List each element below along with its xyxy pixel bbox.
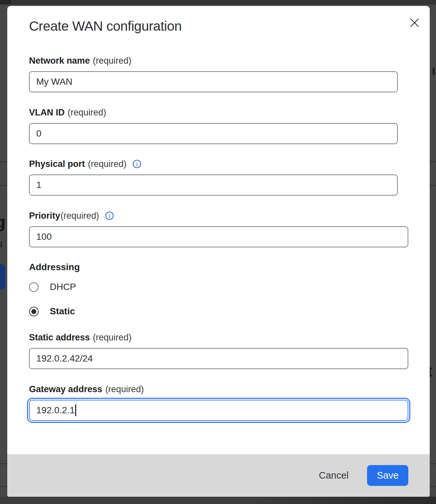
addressing-heading: Addressing (29, 262, 80, 272)
dhcp-option-label: DHCP (50, 282, 76, 292)
vlan-id-field-group: VLAN ID (required) (29, 107, 398, 144)
cancel-button[interactable]: Cancel (317, 470, 351, 481)
svg-text:i: i (109, 213, 110, 219)
priority-field-group: Priority (required) i (29, 210, 408, 247)
save-button[interactable]: Save (367, 465, 408, 486)
required-hint: (required) (61, 211, 99, 221)
static-address-label: Static address (29, 332, 90, 343)
vlan-id-input[interactable] (29, 123, 398, 144)
backdrop-button-fragment (0, 264, 5, 289)
radio-dhcp-icon[interactable] (29, 282, 39, 292)
required-hint: (required) (105, 384, 144, 394)
network-name-label: Network name (29, 56, 90, 66)
gateway-address-label: Gateway address (29, 384, 102, 394)
required-hint: (required) (93, 56, 132, 66)
required-hint: (required) (88, 159, 127, 169)
gateway-address-field-group: Gateway address (required) 192.0.2.1 (29, 384, 408, 421)
close-x-glyph (410, 18, 419, 27)
required-hint: (required) (68, 108, 106, 118)
gateway-address-input[interactable]: 192.0.2.1 (29, 400, 408, 421)
required-hint: (required) (93, 332, 132, 343)
close-icon[interactable] (409, 17, 420, 28)
radio-static-icon[interactable] (29, 307, 39, 316)
text-cursor (75, 404, 76, 416)
vlan-id-label: VLAN ID (29, 108, 65, 118)
physical-port-label: Physical port (29, 159, 85, 169)
static-option-label: Static (50, 306, 75, 317)
svg-text:i: i (136, 161, 138, 168)
physical-port-field-group: Physical port (required) i (29, 159, 398, 196)
backdrop-text-fragment: u (0, 238, 3, 249)
network-name-field-group: Network name (required) (29, 55, 398, 92)
dialog-title: Create WAN configuration (29, 18, 182, 34)
static-address-field-group: Static address (required) (29, 332, 408, 369)
info-icon[interactable]: i (132, 159, 141, 169)
backdrop-top-strip (0, 0, 436, 5)
info-icon[interactable]: i (105, 211, 114, 220)
dialog-footer: Cancel Save (7, 454, 430, 497)
addressing-option-dhcp[interactable]: DHCP (29, 282, 76, 292)
gateway-address-value: 192.0.2.1 (36, 405, 75, 416)
backdrop-bottom-strip (0, 497, 436, 504)
priority-input[interactable] (29, 226, 408, 247)
network-name-input[interactable] (29, 71, 398, 92)
priority-label: Priority (29, 211, 60, 221)
static-address-input[interactable] (29, 348, 408, 369)
backdrop-heading-fragment: g (0, 213, 6, 230)
physical-port-input[interactable] (29, 174, 398, 196)
create-wan-dialog: Create WAN configuration Network name (r… (7, 6, 430, 497)
addressing-option-static[interactable]: Static (29, 306, 75, 317)
backdrop-top-corner (0, 0, 11, 5)
